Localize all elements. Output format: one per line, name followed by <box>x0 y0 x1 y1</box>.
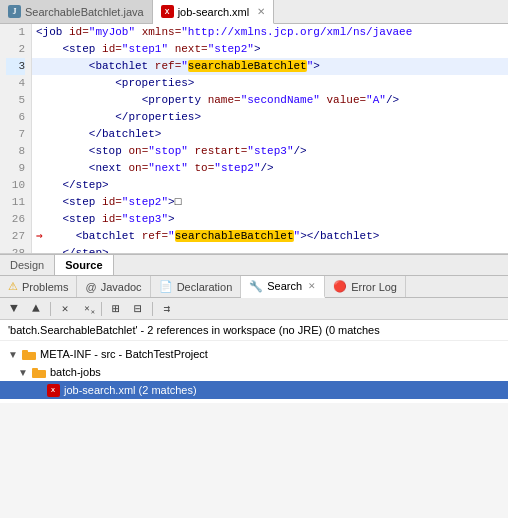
svg-rect-2 <box>32 370 46 378</box>
tab-xml-label: job-search.xml <box>178 6 250 18</box>
code-line-26: <step id="step3"> <box>32 211 508 228</box>
code-line-2: <step id="step1" next="step2"> <box>32 41 508 58</box>
tab-problems-label: Problems <box>22 281 68 293</box>
code-lines[interactable]: <job id="myJob" xmlns="http://xmlns.jcp.… <box>32 24 508 253</box>
panel-toolbar: ▼ ▲ ✕ ✕✕ ⊞ ⊟ ⇉ <box>0 298 508 320</box>
tree-item-batchjobs[interactable]: ▼ batch-jobs <box>0 363 508 381</box>
warning-icon: ⚠ <box>8 280 18 293</box>
code-line-28: </step> <box>32 245 508 253</box>
tab-java[interactable]: J SearchableBatchlet.java <box>0 0 153 23</box>
tab-source-label: Source <box>65 259 102 271</box>
remove-all-button[interactable]: ✕✕ <box>77 300 97 318</box>
xml-icon: X <box>161 5 174 18</box>
tab-javadoc-label: Javadoc <box>101 281 142 293</box>
svg-rect-0 <box>22 352 36 360</box>
tab-design-label: Design <box>10 259 44 271</box>
code-line-9: <next on="next" to="step2"/> <box>32 160 508 177</box>
tab-xml-close[interactable]: ✕ <box>257 6 265 17</box>
svg-rect-3 <box>32 368 38 371</box>
prev-match-button[interactable]: ▲ <box>26 300 46 318</box>
tab-source[interactable]: Source <box>55 255 113 275</box>
at-icon: @ <box>85 281 96 293</box>
tab-search-close[interactable]: ✕ <box>308 281 316 291</box>
tab-declaration[interactable]: 📄 Declaration <box>151 276 242 297</box>
tree-label-jobsearch: job-search.xml (2 matches) <box>64 384 197 396</box>
tab-errorlog-label: Error Log <box>351 281 397 293</box>
collapse-all-button[interactable]: ⊟ <box>128 300 148 318</box>
panel-tab-bar: ⚠ Problems @ Javadoc 📄 Declaration 🔧 Sea… <box>0 276 508 298</box>
tab-search-label: Search <box>267 280 302 292</box>
svg-rect-1 <box>22 350 28 353</box>
code-line-3: <batchlet ref="searchableBatchlet"> <box>32 58 508 75</box>
code-line-11: <step id="step2">□ <box>32 194 508 211</box>
tab-problems[interactable]: ⚠ Problems <box>0 276 77 297</box>
line-numbers: 1 2 3 4 5 6 7 8 9 10 11 26 27 28 29 <box>0 24 32 253</box>
tab-declaration-label: Declaration <box>177 281 233 293</box>
xml-icon-jobsearch: X <box>46 383 60 397</box>
code-line-1: <job id="myJob" xmlns="http://xmlns.jcp.… <box>32 24 508 41</box>
tree-label-batchjobs: batch-jobs <box>50 366 101 378</box>
code-line-7: </batchlet> <box>32 126 508 143</box>
tab-design[interactable]: Design <box>0 255 55 275</box>
code-line-6: </properties> <box>32 109 508 126</box>
toolbar-separator-3 <box>152 302 153 316</box>
result-tree: ▼ META-INF - src - BatchTestProject ▼ ba… <box>0 341 508 403</box>
toolbar-separator-2 <box>101 302 102 316</box>
log-icon: 🔴 <box>333 280 347 293</box>
doc-icon: 📄 <box>159 280 173 293</box>
java-icon: J <box>8 5 21 18</box>
code-line-27: ⇒ <batchlet ref="searchableBatchlet"></b… <box>32 228 508 245</box>
tab-search[interactable]: 🔧 Search ✕ <box>241 276 325 298</box>
code-line-8: <stop on="stop" restart="step3"/> <box>32 143 508 160</box>
search-result-info: 'batch.SearchableBatchlet' - 2 reference… <box>0 320 508 341</box>
expand-arrow-batchjobs: ▼ <box>18 367 28 378</box>
code-area: 1 2 3 4 5 6 7 8 9 10 11 26 27 28 29 <job… <box>0 24 508 253</box>
tab-errorlog[interactable]: 🔴 Error Log <box>325 276 406 297</box>
toolbar-separator-1 <box>50 302 51 316</box>
code-line-4: <properties> <box>32 75 508 92</box>
tab-xml[interactable]: X job-search.xml ✕ <box>153 0 275 24</box>
code-line-10: </step> <box>32 177 508 194</box>
tree-item-jobsearch[interactable]: X job-search.xml (2 matches) <box>0 381 508 399</box>
folder-icon-metainf <box>22 347 36 361</box>
code-line-5: <property name="secondName" value="A"/> <box>32 92 508 109</box>
next-match-button[interactable]: ▼ <box>4 300 24 318</box>
tab-java-label: SearchableBatchlet.java <box>25 6 144 18</box>
link-editor-button[interactable]: ⇉ <box>157 300 177 318</box>
tree-label-metainf: META-INF - src - BatchTestProject <box>40 348 208 360</box>
search-result-text: 'batch.SearchableBatchlet' - 2 reference… <box>8 324 380 336</box>
expand-all-button[interactable]: ⊞ <box>106 300 126 318</box>
expand-arrow-metainf: ▼ <box>8 349 18 360</box>
design-source-tab-bar: Design Source <box>0 254 508 276</box>
editor-tab-bar: J SearchableBatchlet.java X job-search.x… <box>0 0 508 24</box>
tab-javadoc[interactable]: @ Javadoc <box>77 276 150 297</box>
remove-matches-button[interactable]: ✕ <box>55 300 75 318</box>
search-wrench-icon: 🔧 <box>249 280 263 293</box>
tree-item-metainf[interactable]: ▼ META-INF - src - BatchTestProject <box>0 345 508 363</box>
code-editor: 1 2 3 4 5 6 7 8 9 10 11 26 27 28 29 <job… <box>0 24 508 254</box>
folder-icon-batchjobs <box>32 365 46 379</box>
